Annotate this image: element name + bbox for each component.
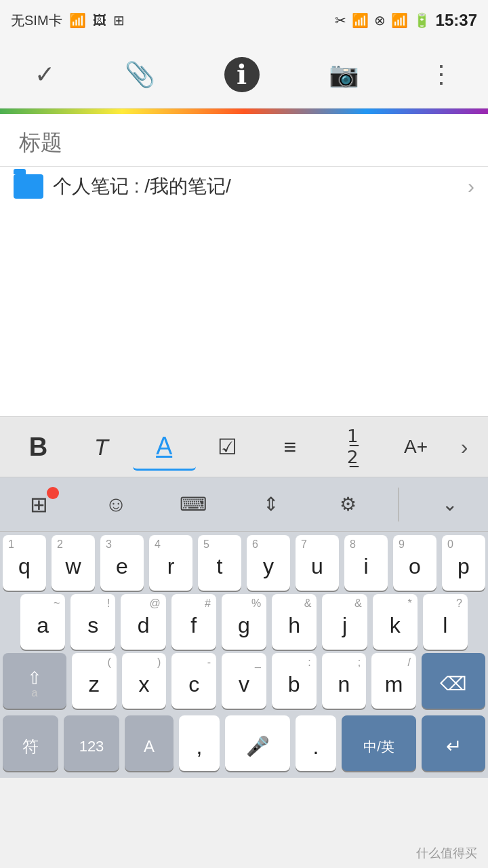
key-b[interactable]: :b (272, 653, 317, 709)
bold-button[interactable]: B (7, 423, 70, 471)
settings-button[interactable]: ⚙ (321, 484, 375, 525)
checkbox-button[interactable]: ☑ (196, 423, 259, 471)
key-a[interactable]: ~a (20, 594, 65, 650)
status-bar: 无SIM卡 📶 🖼 ⊞ ✂ 📶 ⊗ 📶 🔋 15:37 (0, 0, 488, 41)
key-u[interactable]: 7u (296, 535, 339, 591)
resize-button[interactable]: ⇕ (243, 484, 298, 525)
key-g[interactable]: %g (222, 594, 266, 650)
color-button[interactable]: A (133, 423, 196, 471)
key-j[interactable]: &j (322, 594, 367, 650)
key-r[interactable]: 4r (149, 535, 192, 591)
keyboard-button[interactable]: ⌨ (166, 484, 220, 525)
signal-icon: 📶 (69, 12, 86, 28)
info-button[interactable]: ℹ (224, 57, 260, 92)
list-button[interactable]: ≡ (258, 423, 321, 471)
keyboard-row-3: ⇧ a (z )x -c _v :b ;n /m ⌫ (0, 650, 488, 712)
key-y[interactable]: 6y (247, 535, 290, 591)
key-i[interactable]: 8i (344, 535, 388, 591)
folder-row[interactable]: 个人笔记 : /我的笔记/ › (0, 166, 488, 206)
key-k[interactable]: *k (373, 594, 418, 650)
format-more-button[interactable]: › (447, 423, 481, 471)
font-button[interactable]: A (125, 715, 174, 771)
keyboard: 1q 2w 3e 4r 5t 6y 7u 8i 9o 0p ~a !s @d #… (0, 532, 488, 778)
app-toolbar: ✓ 📎 ℹ 📷 ⋮ (0, 41, 488, 108)
key-s[interactable]: !s (70, 594, 115, 650)
keyboard-row-1: 1q 2w 3e 4r 5t 6y 7u 8i 9o 0p (0, 532, 488, 594)
bottom-logo: 什么值得买 (416, 845, 477, 861)
mic-key[interactable]: 🎤 (225, 715, 290, 771)
format-toolbar: B T A ☑ ≡ 1̲2̲ A+ › (0, 416, 488, 477)
keyboard-row-2: ~a !s @d #f %g &h &j *k ?l (0, 594, 488, 650)
shift-button[interactable]: ⇧ a (3, 653, 66, 709)
key-l[interactable]: ?l (423, 594, 468, 650)
key-f[interactable]: #f (171, 594, 216, 650)
title-input[interactable] (0, 114, 488, 166)
note-area: 个人笔记 : /我的笔记/ › (0, 114, 488, 206)
save-button[interactable]: ✓ (35, 60, 55, 89)
key-m[interactable]: /m (371, 653, 416, 709)
enter-button[interactable]: ↵ (422, 715, 485, 771)
apps-button[interactable]: ⊞ (12, 484, 66, 525)
key-q[interactable]: 1q (3, 535, 46, 591)
key-p[interactable]: 0p (442, 535, 485, 591)
key-o[interactable]: 9o (393, 535, 436, 591)
folder-label: 个人笔记 : /我的笔记/ (53, 174, 468, 199)
language-button[interactable]: 中/英 (342, 715, 416, 771)
battery-icon: 🔋 (413, 12, 430, 28)
title-button[interactable]: T (70, 423, 133, 471)
key-w[interactable]: 2w (52, 535, 95, 591)
apps-icon: ⊞ (113, 12, 125, 28)
numlist-button[interactable]: 1̲2̲ (321, 423, 384, 471)
more-button[interactable]: ⋮ (429, 60, 453, 89)
folder-arrow-icon: › (468, 175, 474, 198)
key-c[interactable]: -c (171, 653, 216, 709)
key-d[interactable]: @d (121, 594, 165, 650)
signal-bars-icon: 📶 (391, 12, 408, 28)
emoji-button[interactable]: ☺ (89, 484, 143, 525)
key-h[interactable]: &h (272, 594, 317, 650)
status-left: 无SIM卡 📶 🖼 ⊞ (11, 12, 125, 30)
camera-button[interactable]: 📷 (329, 60, 359, 89)
image-icon: 🖼 (93, 13, 106, 28)
folder-icon (14, 174, 43, 199)
ime-divider (398, 488, 399, 521)
key-x[interactable]: )x (122, 653, 167, 709)
hide-keyboard-button[interactable]: ⌄ (422, 484, 476, 525)
fontsize-button[interactable]: A+ (384, 423, 447, 471)
symbols-button[interactable]: 符 (3, 715, 58, 771)
attach-button[interactable]: 📎 (125, 60, 155, 89)
key-n[interactable]: ;n (322, 653, 367, 709)
sync-icon: ⊗ (374, 12, 386, 28)
apps-badge (47, 487, 59, 499)
key-e[interactable]: 3e (100, 535, 144, 591)
wifi-icon: 📶 (352, 12, 369, 28)
no-sim-label: 无SIM卡 (11, 12, 62, 30)
clock: 15:37 (436, 11, 477, 30)
numbers-button[interactable]: 123 (64, 715, 119, 771)
status-right: ✂ 📶 ⊗ 📶 🔋 15:37 (335, 11, 477, 30)
backspace-button[interactable]: ⌫ (422, 653, 485, 709)
rainbow-divider (0, 108, 488, 114)
comma-key[interactable]: , (179, 715, 220, 771)
cut-icon: ✂ (335, 12, 346, 28)
key-z[interactable]: (z (72, 653, 117, 709)
keyboard-row-4: 符 123 A , 🎤 . 中/英 ↵ (0, 712, 488, 778)
period-key[interactable]: . (296, 715, 336, 771)
key-v[interactable]: _v (222, 653, 266, 709)
content-area[interactable] (0, 206, 488, 416)
key-t[interactable]: 5t (198, 535, 241, 591)
ime-toolbar: ⊞ ☺ ⌨ ⇕ ⚙ ⌄ (0, 477, 488, 532)
